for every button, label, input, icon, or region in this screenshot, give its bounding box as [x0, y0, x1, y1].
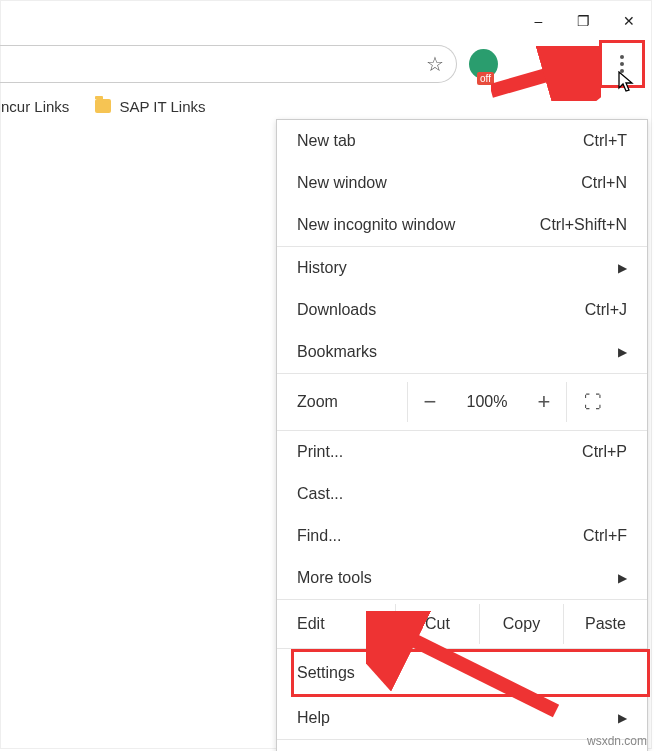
menu-label: History — [297, 259, 618, 277]
browser-toolbar: ☆ off — [1, 41, 651, 86]
menu-label: More tools — [297, 569, 618, 587]
edit-paste-button[interactable]: Paste — [564, 615, 647, 633]
anno-highlight-kebab — [599, 40, 645, 88]
submenu-arrow-icon: ▶ — [618, 571, 627, 585]
zoom-value: 100% — [452, 393, 522, 411]
menu-label: New window — [297, 174, 581, 192]
zoom-out-button[interactable]: − — [408, 389, 452, 415]
attribution-text: wsxdn.com — [587, 734, 647, 748]
menu-label: Find... — [297, 527, 583, 545]
edit-cut-button[interactable]: Cut — [396, 615, 479, 633]
edit-label: Edit — [297, 615, 395, 633]
menu-new-window[interactable]: New window Ctrl+N — [277, 162, 647, 204]
chrome-window-partial: – ❐ ✕ ☆ off ncur Links SAP IT Links — [0, 0, 652, 749]
bookmark-label: ncur Links — [1, 98, 69, 115]
edit-copy-button[interactable]: Copy — [480, 615, 563, 633]
chrome-main-menu: New tab Ctrl+T New window Ctrl+N New inc… — [276, 119, 648, 751]
menu-label: New tab — [297, 132, 583, 150]
menu-label: Downloads — [297, 301, 585, 319]
menu-incognito[interactable]: New incognito window Ctrl+Shift+N — [277, 204, 647, 246]
extension-badge: off — [477, 72, 494, 85]
minimize-button[interactable]: – — [516, 6, 561, 36]
kebab-menu-icon[interactable] — [620, 55, 624, 73]
zoom-label: Zoom — [297, 393, 407, 411]
menu-label: Cast... — [297, 485, 627, 503]
menu-print[interactable]: Print... Ctrl+P — [277, 431, 647, 473]
menu-shortcut: Ctrl+T — [583, 132, 627, 150]
menu-bookmarks[interactable]: Bookmarks ▶ — [277, 331, 647, 373]
bookmark-folder[interactable]: ncur Links — [1, 98, 69, 115]
submenu-arrow-icon: ▶ — [618, 711, 627, 725]
bookmark-folder[interactable]: SAP IT Links — [95, 98, 205, 115]
fullscreen-icon[interactable]: ⛶ — [567, 392, 619, 413]
submenu-arrow-icon: ▶ — [618, 345, 627, 359]
menu-shortcut: Ctrl+P — [582, 443, 627, 461]
menu-edit-row: Edit Cut Copy Paste — [277, 600, 647, 648]
bookmark-star-icon[interactable]: ☆ — [426, 52, 444, 76]
submenu-arrow-icon: ▶ — [618, 261, 627, 275]
folder-icon — [95, 99, 111, 113]
menu-settings[interactable]: Settings — [291, 649, 650, 697]
menu-label: Settings — [297, 664, 627, 682]
menu-more-tools[interactable]: More tools ▶ — [277, 557, 647, 599]
profile-avatar[interactable] — [558, 46, 593, 82]
menu-shortcut: Ctrl+F — [583, 527, 627, 545]
menu-downloads[interactable]: Downloads Ctrl+J — [277, 289, 647, 331]
menu-zoom-row: Zoom − 100% + ⛶ — [277, 374, 647, 430]
window-titlebar: – ❐ ✕ — [1, 1, 651, 41]
menu-shortcut: Ctrl+N — [581, 174, 627, 192]
menu-label: Help — [297, 709, 618, 727]
menu-shortcut: Ctrl+J — [585, 301, 627, 319]
extension-icon[interactable]: off — [469, 49, 498, 79]
menu-history[interactable]: History ▶ — [277, 247, 647, 289]
maximize-button[interactable]: ❐ — [561, 6, 606, 36]
menu-label: Bookmarks — [297, 343, 618, 361]
bookmark-label: SAP IT Links — [119, 98, 205, 115]
menu-label: New incognito window — [297, 216, 540, 234]
close-button[interactable]: ✕ — [606, 6, 651, 36]
menu-find[interactable]: Find... Ctrl+F — [277, 515, 647, 557]
address-bar[interactable]: ☆ — [0, 45, 457, 83]
zoom-in-button[interactable]: + — [522, 389, 566, 415]
menu-shortcut: Ctrl+Shift+N — [540, 216, 627, 234]
menu-label: Print... — [297, 443, 582, 461]
menu-cast[interactable]: Cast... — [277, 473, 647, 515]
menu-help[interactable]: Help ▶ — [277, 697, 647, 739]
menu-new-tab[interactable]: New tab Ctrl+T — [277, 120, 647, 162]
